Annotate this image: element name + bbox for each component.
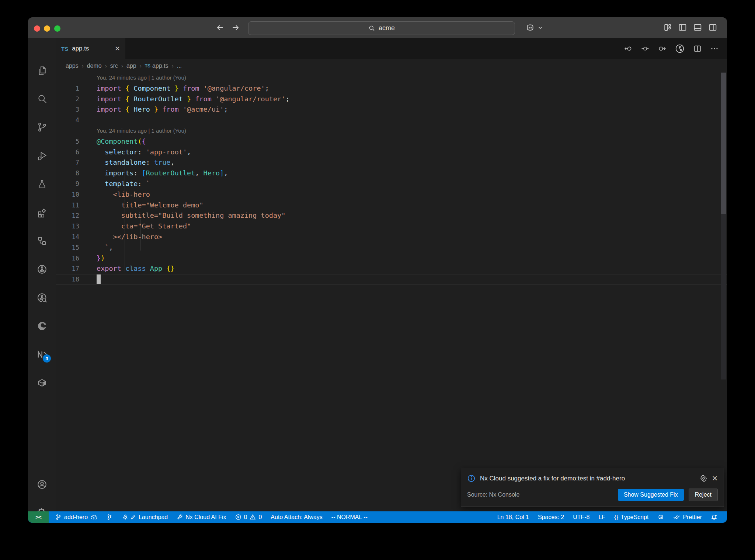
nav-back-circle-icon[interactable] — [624, 44, 633, 53]
customize-layout-icon[interactable] — [663, 23, 672, 32]
nx-search-icon[interactable] — [36, 292, 48, 303]
code-line: 1import { Component } from '@angular/cor… — [56, 83, 727, 94]
maximize-window-button[interactable] — [54, 25, 60, 32]
source-control-icon[interactable] — [36, 122, 48, 133]
braces-icon: {} — [614, 514, 618, 521]
line-number: 2 — [56, 94, 97, 105]
nx-console-icon[interactable]: 3 — [36, 349, 48, 360]
breadcrumb-item[interactable]: ... — [177, 63, 182, 69]
minimize-window-button[interactable] — [44, 25, 50, 32]
code-rows: You, 24 minutes ago | 1 author (You)1imp… — [56, 73, 727, 285]
show-suggested-fix-button[interactable]: Show Suggested Fix — [618, 489, 684, 501]
status-vim-mode[interactable]: -- NORMAL -- — [327, 511, 372, 523]
status-language[interactable]: {} TypeScript — [610, 511, 653, 523]
scrollbar-track[interactable] — [721, 214, 726, 379]
containers-icon[interactable] — [36, 377, 48, 388]
accounts-icon[interactable] — [36, 479, 48, 490]
commit-node-icon[interactable] — [641, 44, 650, 53]
status-branch[interactable]: add-hero — [51, 511, 102, 523]
blame-annotation: You, 24 minutes ago | 1 author (You) — [56, 126, 727, 136]
breadcrumb-item[interactable]: app.ts — [152, 63, 168, 69]
explorer-icon[interactable] — [36, 65, 48, 76]
line-number: 1 — [56, 83, 97, 94]
status-encoding[interactable]: UTF-8 — [568, 511, 594, 523]
breadcrumb-separator: › — [121, 63, 123, 69]
breadcrumb-separator: › — [105, 63, 107, 69]
search-value: acme — [379, 24, 395, 32]
breadcrumb-item[interactable]: apps — [66, 63, 79, 69]
notification-settings-gear-icon[interactable] — [700, 475, 707, 482]
breadcrumb-item[interactable]: app — [126, 63, 136, 69]
breadcrumb[interactable]: apps›demo›src›app›TSapp.ts›... — [56, 59, 727, 73]
code-line: 6 selector: 'app-root', — [56, 147, 727, 158]
notification-title: Nx Cloud suggested a fix for demo:test i… — [480, 475, 695, 482]
scrollbar-thumb[interactable] — [721, 73, 726, 214]
breadcrumb-item[interactable]: src — [110, 63, 118, 69]
nx-run-file-icon[interactable] — [675, 43, 685, 54]
warning-icon — [250, 514, 256, 520]
tab-app-ts[interactable]: TS app.ts ✕ — [56, 38, 125, 59]
line-number: 10 — [56, 189, 97, 200]
notifications-bell-icon[interactable] — [706, 511, 722, 523]
status-nx-cloud-ai-fix[interactable]: Nx Cloud AI Fix — [172, 511, 230, 523]
toggle-panel-icon[interactable] — [693, 23, 702, 32]
status-prettier[interactable]: Prettier — [669, 511, 706, 523]
code-line: 13 cta="Get Started" — [56, 221, 727, 232]
split-editor-icon[interactable] — [693, 44, 702, 53]
command-center-search[interactable]: acme — [248, 21, 515, 35]
code-line: 12 subtitle="Build something amazing tod… — [56, 210, 727, 221]
code-line: 18 — [56, 274, 727, 285]
line-number: 13 — [56, 221, 97, 232]
nav-back-arrow-icon[interactable] — [215, 23, 225, 32]
status-auto-attach[interactable]: Auto Attach: Always — [266, 511, 327, 523]
remote-indicator[interactable]: >< — [28, 511, 49, 523]
nav-forward-circle-icon[interactable] — [658, 44, 667, 53]
status-problems[interactable]: 0 0 — [231, 511, 267, 523]
wrench-icon — [177, 514, 183, 520]
search-sidebar-icon[interactable] — [36, 94, 48, 105]
code-editor[interactable]: You, 24 minutes ago | 1 author (You)1imp… — [56, 73, 727, 511]
status-eol[interactable]: LF — [594, 511, 610, 523]
code-line: 14 ></lib-hero> — [56, 232, 727, 242]
edge-tools-icon[interactable] — [36, 321, 48, 332]
nav-forward-arrow-icon[interactable] — [231, 23, 240, 32]
breadcrumb-separator: › — [82, 63, 84, 69]
typescript-file-icon: TS — [61, 46, 68, 52]
tab-close-icon[interactable]: ✕ — [115, 45, 120, 53]
line-number: 18 — [56, 274, 97, 285]
cloud-upload-icon — [90, 514, 97, 521]
line-number: 9 — [56, 179, 97, 189]
code-line: 5@Component({ — [56, 136, 727, 147]
toggle-primary-sidebar-icon[interactable] — [678, 23, 687, 32]
extensions-icon[interactable] — [36, 207, 48, 218]
run-debug-icon[interactable] — [36, 150, 48, 161]
line-number: 11 — [56, 200, 97, 211]
status-indentation[interactable]: Spaces: 2 — [533, 511, 568, 523]
code-line: 2import { RouterOutlet } from '@angular/… — [56, 94, 727, 105]
code-line: 3import { Hero } from '@acme/ui'; — [56, 104, 727, 115]
status-launchpad[interactable]: Launchpad — [117, 511, 172, 523]
nx-run-target-icon[interactable] — [36, 264, 48, 275]
breadcrumb-item[interactable]: demo — [87, 63, 102, 69]
code-line: 11 title="Welcmoe demo" — [56, 200, 727, 211]
tab-bar: TS app.ts ✕ — [56, 38, 727, 59]
status-copilot-icon[interactable] — [653, 511, 669, 523]
more-actions-icon[interactable] — [710, 44, 719, 53]
reject-button[interactable]: Reject — [689, 489, 718, 501]
code-line: 16}) — [56, 253, 727, 264]
status-cursor-position[interactable]: Ln 18, Col 1 — [493, 511, 533, 523]
notification-close-icon[interactable]: ✕ — [712, 474, 718, 483]
notification-source: Source: Nx Console — [467, 491, 618, 498]
hierarchy-icon[interactable] — [36, 235, 48, 246]
testing-icon[interactable] — [36, 179, 48, 190]
line-number: 12 — [56, 210, 97, 221]
copilot-menu[interactable] — [525, 22, 543, 33]
status-commit-graph-icon[interactable] — [102, 511, 117, 523]
line-number: 15 — [56, 242, 97, 253]
toggle-secondary-sidebar-icon[interactable] — [708, 23, 717, 32]
close-window-button[interactable] — [34, 25, 40, 32]
code-line: 15 `, — [56, 242, 727, 253]
line-number: 8 — [56, 168, 97, 179]
vscode-window: acme — [28, 17, 727, 523]
line-number: 4 — [56, 115, 97, 126]
